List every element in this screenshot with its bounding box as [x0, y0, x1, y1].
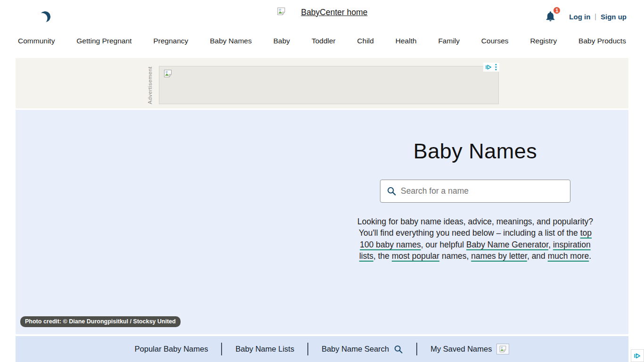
nav-item-baby-products[interactable]: Baby Products	[578, 37, 626, 45]
search-input[interactable]	[401, 186, 564, 196]
nav-item-baby[interactable]: Baby	[273, 37, 290, 45]
nav-item-toddler[interactable]: Toddler	[312, 37, 336, 45]
ad-banner[interactable]	[159, 66, 499, 104]
ad-strip: Advertisement	[16, 58, 628, 108]
login-link[interactable]: Log in	[569, 13, 590, 21]
signup-link[interactable]: Sign up	[601, 13, 627, 21]
broken-image-icon	[276, 7, 286, 18]
logo-home-link[interactable]: BabyCenter home	[276, 7, 367, 18]
hero-link-much-more[interactable]: much more	[548, 251, 589, 261]
auth-separator: |	[594, 13, 596, 20]
adchoices-corner-button[interactable]	[631, 349, 644, 362]
nav-item-getting-pregnant[interactable]: Getting Pregnant	[76, 37, 132, 45]
name-search-box[interactable]	[380, 180, 570, 203]
subnav-label: Baby Name Search	[322, 345, 389, 354]
subnav-popular-baby-names[interactable]: Popular Baby Names	[135, 345, 208, 354]
logo-text: BabyCenter home	[301, 8, 367, 17]
search-icon	[387, 186, 396, 196]
hero-paragraph: Looking for baby name ideas, advice, mea…	[351, 216, 600, 262]
subnav-divider	[307, 343, 308, 355]
hero-image-area	[16, 110, 322, 334]
hero-link-most-popular[interactable]: most popular	[392, 251, 439, 261]
subnav-label: Popular Baby Names	[135, 345, 208, 354]
hero-paragraph-text: ,	[548, 240, 553, 249]
hero-paragraph-text: Looking for baby name ideas, advice, mea…	[357, 217, 593, 238]
subnav-baby-name-search[interactable]: Baby Name Search	[322, 345, 403, 354]
adchoices-icon	[634, 352, 641, 360]
nav-item-registry[interactable]: Registry	[530, 37, 557, 45]
broken-image-icon	[163, 69, 173, 80]
page: BabyCenter home 1 Log in | Sign up Commu…	[0, 0, 644, 362]
subnav-label: My Saved Names	[430, 345, 492, 354]
page-title: Baby Names	[413, 139, 537, 164]
adchoices-icon[interactable]	[485, 64, 492, 71]
hero-content: Baby Names Looking for baby name ideas, …	[322, 110, 628, 334]
nav-item-pregnancy[interactable]: Pregnancy	[153, 37, 188, 45]
nav-item-family[interactable]: Family	[438, 37, 460, 45]
subnav-divider	[221, 343, 222, 355]
nav-item-community[interactable]: Community	[18, 37, 55, 45]
hero-link-names-by-letter[interactable]: names by letter	[471, 251, 527, 261]
subnav-label: Baby Name Lists	[235, 345, 294, 354]
advertisement-label: Advertisement	[147, 66, 153, 104]
broken-image-icon	[496, 344, 509, 354]
hero-paragraph-text: .	[589, 251, 591, 261]
ad-controls	[483, 63, 499, 72]
nav-item-health[interactable]: Health	[396, 37, 417, 45]
subnav-baby-name-lists[interactable]: Baby Name Lists	[235, 345, 294, 354]
notification-badge: 1	[553, 6, 561, 15]
nav-item-child[interactable]: Child	[357, 37, 374, 45]
dark-mode-toggle[interactable]	[40, 10, 52, 23]
baby-names-subnav: Popular Baby Names Baby Name Lists Baby …	[16, 336, 628, 362]
hero-paragraph-text: , and	[527, 251, 548, 261]
subnav-divider	[416, 343, 417, 355]
hero-paragraph-text: , the	[373, 251, 392, 261]
ad-menu-icon[interactable]	[495, 64, 497, 71]
site-header: BabyCenter home 1 Log in | Sign up Commu…	[0, 0, 644, 58]
hero-link-baby-name-generator[interactable]: Baby Name Generator	[466, 240, 548, 249]
nav-item-courses[interactable]: Courses	[481, 37, 509, 45]
subnav-my-saved-names[interactable]: My Saved Names	[430, 344, 509, 354]
account-area: 1 Log in | Sign up	[545, 10, 627, 23]
hero-section: Baby Names Looking for baby name ideas, …	[16, 110, 628, 334]
moon-icon	[39, 10, 51, 23]
search-icon	[394, 345, 403, 354]
primary-nav: CommunityGetting PregnantPregnancyBaby N…	[18, 37, 626, 45]
notifications-button[interactable]: 1	[545, 10, 557, 23]
nav-item-baby-names[interactable]: Baby Names	[210, 37, 252, 45]
photo-credit-badge: Photo credit: © Diane Durongpisitkul / S…	[20, 316, 181, 327]
hero-paragraph-text: , our helpful	[421, 240, 466, 249]
hero-paragraph-text: names,	[439, 251, 471, 261]
